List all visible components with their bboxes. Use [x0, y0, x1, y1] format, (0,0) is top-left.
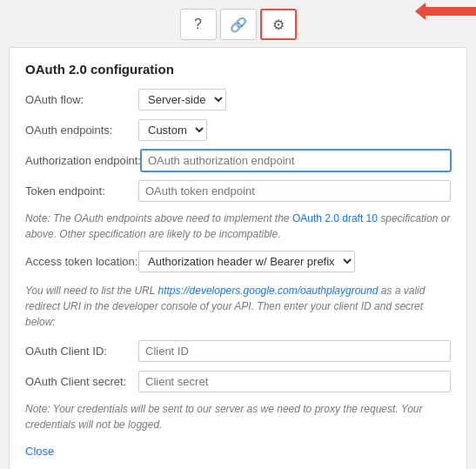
access-token-row: Access token location: Authorization hea…: [25, 251, 451, 272]
auth-endpoint-row: Authorization endpoint:: [25, 150, 451, 171]
token-endpoint-input[interactable]: [138, 180, 451, 202]
oauth-flow-label: OAuth flow:: [25, 93, 138, 106]
oauth-flow-control: Server-side: [138, 89, 451, 111]
client-id-control: [138, 340, 451, 362]
client-secret-control: [138, 371, 451, 392]
auth-endpoint-label: Authorization endpoint:: [25, 154, 141, 167]
panel-title: OAuth 2.0 configuration: [25, 62, 451, 77]
access-token-control: Authorization header w/ Bearer prefix: [138, 251, 451, 272]
client-secret-row: OAuth Client secret:: [25, 371, 451, 392]
oauth-draft-link[interactable]: OAuth 2.0 draft 10: [292, 212, 378, 224]
redirect-info: You will need to list the URL https://de…: [25, 283, 451, 330]
oauth-endpoints-select[interactable]: Custom: [138, 119, 207, 141]
auth-endpoint-control: [141, 150, 451, 171]
toolbar: ? 🔗 ⚙: [0, 0, 476, 47]
client-id-row: OAuth Client ID:: [25, 340, 451, 362]
help-button[interactable]: ?: [180, 9, 217, 40]
client-secret-input[interactable]: [138, 371, 451, 392]
access-token-label: Access token location:: [25, 255, 138, 268]
credentials-note: Note: Your credentials will be sent to o…: [25, 401, 451, 432]
client-id-label: OAuth Client ID:: [25, 345, 138, 358]
help-icon: ?: [194, 17, 202, 32]
client-id-input[interactable]: [138, 340, 451, 362]
client-secret-label: OAuth Client secret:: [25, 375, 138, 388]
oauth-endpoints-control: Custom: [138, 119, 451, 141]
red-arrow-indicator: [424, 7, 476, 16]
endpoints-note: Note: The OAuth endpoints above need to …: [25, 211, 451, 242]
access-token-select[interactable]: Authorization header w/ Bearer prefix: [138, 251, 355, 272]
settings-button[interactable]: ⚙: [260, 9, 297, 40]
oauth-endpoints-label: OAuth endpoints:: [25, 124, 138, 137]
auth-endpoint-input[interactable]: [141, 150, 451, 171]
token-endpoint-label: Token endpoint:: [25, 184, 138, 198]
oauth-endpoints-row: OAuth endpoints: Custom: [25, 119, 451, 141]
gear-icon: ⚙: [272, 17, 285, 33]
playground-url-link[interactable]: https://developers.google.com/oauthplayg…: [158, 285, 379, 297]
link-button[interactable]: 🔗: [220, 9, 257, 40]
close-link[interactable]: Close: [25, 445, 54, 458]
link-icon: 🔗: [230, 17, 247, 33]
oauth-flow-select[interactable]: Server-side: [138, 89, 226, 111]
token-endpoint-row: Token endpoint:: [25, 180, 451, 202]
token-endpoint-control: [138, 180, 451, 202]
oauth-flow-row: OAuth flow: Server-side: [25, 89, 451, 111]
oauth-config-panel: OAuth 2.0 configuration OAuth flow: Serv…: [9, 47, 467, 469]
